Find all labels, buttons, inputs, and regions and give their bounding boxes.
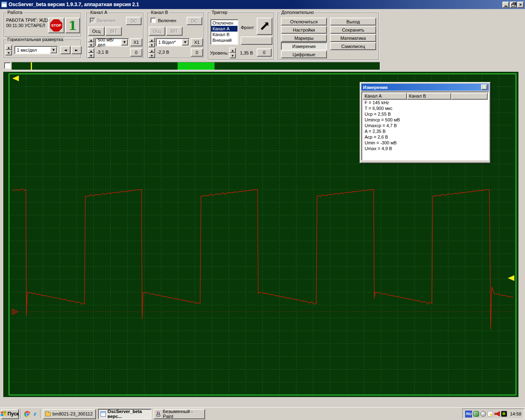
spin-up-icon: ▲ [5, 45, 12, 50]
channel-b-osc-button[interactable]: Осц [149, 27, 165, 36]
stop-button[interactable]: STOP [48, 18, 64, 33]
channel-b-x1-button[interactable]: X1 [191, 38, 203, 46]
measurements-close-button[interactable]: × [481, 84, 487, 90]
channel-a-scale-value: 500 мВ/дел [98, 37, 121, 47]
restore-button[interactable] [510, 2, 516, 8]
task-button-oscserver[interactable]: OscServer_beta верс... [98, 409, 151, 419]
measurement-row: Uср = 2,55 В [363, 111, 488, 117]
taskbar-clock: 14:58 [510, 411, 521, 416]
trigger-edge-button[interactable] [257, 18, 272, 35]
group-hsweep: Горизонтальная развертка ▲ ▼ 1 мкс/дел ▼… [3, 39, 81, 58]
measurements-titlebar[interactable]: Измерения × [361, 84, 489, 91]
trigger-source-option[interactable]: Отключен [211, 20, 237, 26]
taskbar-separator [21, 409, 21, 418]
exit-button[interactable]: Выход [330, 18, 376, 25]
task-button-paint[interactable]: Безымянный - Paint [153, 409, 205, 419]
stop-sign-icon: STOP [50, 19, 62, 32]
hsweep-combobox[interactable]: 1 мкс/дел ▼ [14, 46, 58, 54]
language-indicator[interactable]: RU [465, 411, 472, 418]
channel-a-osc-button[interactable]: Осц [88, 27, 105, 36]
trigger-source-option[interactable]: Канал В [211, 32, 237, 37]
group-trigger: Триггер Отключен Канал А Канал В Внешний… [208, 12, 274, 60]
save-button[interactable]: Сохранить [330, 26, 376, 34]
chrome-icon[interactable] [24, 411, 30, 417]
spin-up-icon: ▲ [229, 48, 236, 53]
dropdown-arrow-icon[interactable]: ▼ [50, 47, 57, 53]
measurement-row: Aср = 2,6 В [363, 134, 488, 140]
acquisition-progress-bar[interactable] [11, 62, 380, 70]
settings-button[interactable]: Настройки [281, 26, 327, 34]
channel-b-scale-combobox[interactable]: 1 В/дел* ▼ [156, 38, 189, 46]
minimize-button[interactable] [502, 2, 509, 8]
oscserver-icon [100, 411, 106, 417]
measurement-row: Umaxср = 4,7 В [363, 123, 488, 128]
hsweep-right-button[interactable]: ► [71, 46, 82, 54]
channel-a-scale-spinner[interactable]: ▲ ▼ [88, 37, 94, 47]
group-extra: Дополнительно Отключиться Настройки Марк… [277, 12, 379, 60]
channel-a-x1-button[interactable]: X1 [130, 38, 142, 46]
channel-a-offset-value: -3,1 В [96, 50, 108, 55]
measurements-col-channel-b[interactable]: Канал В [407, 93, 451, 100]
channel-a-dc-button[interactable]: DC [126, 17, 142, 25]
channel-b-offset-spinner[interactable]: ▲ ▼ [148, 48, 155, 58]
speaker-tray-icon[interactable] [494, 411, 500, 417]
spin-down-icon: ▼ [88, 53, 94, 58]
trigger-source-option-selected[interactable]: Канал А [211, 26, 237, 32]
hsweep-spinner[interactable]: ▲ ▼ [5, 45, 12, 55]
channel-a-scale-combobox[interactable]: 500 мВ/дел ▼ [95, 38, 129, 46]
window-title: OscServer_beta версия 1.9.3.7, аппаратна… [9, 2, 502, 7]
internet-explorer-icon[interactable]: e [34, 410, 37, 418]
measurement-row: Umax = 4,9 В [363, 146, 488, 151]
channel-b-scale-spinner[interactable]: ▲ ▼ [148, 37, 155, 47]
channel-count-button[interactable]: 1 [65, 18, 80, 33]
trigger-blank-button[interactable] [241, 37, 272, 45]
taskbar-separator [40, 409, 41, 418]
disconnect-button[interactable]: Отключиться [281, 18, 327, 25]
math-button[interactable]: Математика [330, 34, 376, 42]
measurements-col-channel-a[interactable]: Канал А [363, 93, 407, 100]
group-channel-b-label: Канал В [150, 10, 169, 15]
hsweep-left-button[interactable]: ◄ [60, 46, 71, 54]
minimize-icon [504, 6, 507, 7]
trigger-source-listbox[interactable]: Отключен Канал А Канал В Внешний [210, 19, 238, 45]
usb-tray-icon[interactable] [473, 411, 479, 417]
channel-a-enabled-checkbox[interactable]: ✓ [90, 18, 95, 23]
channel-a-zero-button[interactable]: 0 [130, 48, 142, 57]
channel-b-offset-value: -2,3 В [157, 50, 169, 55]
measurements-button[interactable]: Измерения [281, 42, 327, 50]
measurements-window[interactable]: Измерения × Канал А Канал В F = 145 kHz … [360, 82, 491, 163]
group-channel-a: Канал А ✓ Включен DC Осц BIT ▲ ▼ 500 мВ/… [86, 12, 144, 58]
recorder-button[interactable]: Самописец [330, 42, 376, 50]
group-work-label: Работа [6, 10, 23, 15]
close-button[interactable]: × [517, 2, 524, 8]
pointer-tray-icon[interactable] [487, 411, 493, 417]
volume-knob-tray-icon[interactable] [480, 411, 486, 417]
dropdown-arrow-icon[interactable]: ▼ [121, 39, 128, 46]
scope-option-checkbox[interactable] [4, 62, 11, 69]
task-button-folder[interactable]: bm8021-23_300112 [43, 409, 96, 419]
group-channel-b: Канал В Включен DC Осц BIT ▲ ▼ 1 В/дел* … [147, 12, 204, 58]
markers-button[interactable]: Маркеры [281, 34, 327, 42]
folder-icon [45, 412, 51, 416]
channel-b-bit-button[interactable]: BIT [166, 27, 183, 36]
restore-icon [511, 4, 515, 7]
group-extra-label: Дополнительно [280, 10, 315, 15]
start-button[interactable]: Пуск [1, 409, 19, 419]
trigger-level-value: 1,35 В [240, 50, 253, 55]
trigger-position-tick[interactable] [31, 62, 32, 70]
spin-up-icon: ▲ [148, 37, 155, 42]
channel-b-dc-button[interactable]: DC [187, 17, 202, 25]
digital-button[interactable]: Цифровые [281, 50, 327, 58]
spin-down-icon: ▼ [229, 53, 236, 58]
hsweep-value: 1 мкс/дел [17, 48, 50, 52]
trigger-level-spinner[interactable]: ▲ ▼ [229, 48, 236, 58]
group-work: Работа РАБОТА ТРИГ: ЖДУ 00:11:30 УСТАРЕЛ… [3, 12, 81, 37]
channel-b-zero-button[interactable]: 0 [191, 48, 203, 57]
dropdown-arrow-icon[interactable]: ▼ [182, 39, 189, 46]
nvidia-tray-icon[interactable] [501, 411, 507, 417]
channel-a-offset-spinner[interactable]: ▲ ▼ [88, 48, 94, 58]
trigger-source-option[interactable]: Внешний [211, 37, 237, 43]
channel-b-enabled-checkbox[interactable] [151, 18, 156, 23]
trigger-zero-button[interactable]: 0 [257, 48, 272, 57]
channel-a-bit-button[interactable]: BIT [105, 27, 122, 36]
